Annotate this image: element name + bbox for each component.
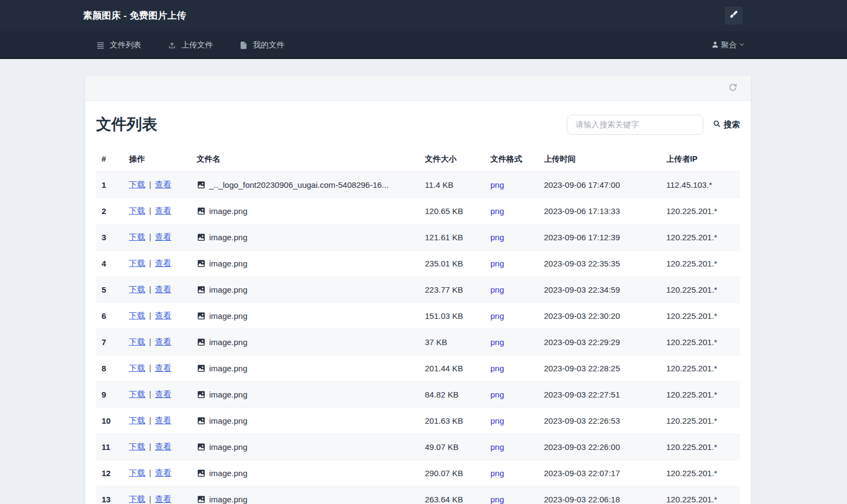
- search-button-label: 搜索: [724, 120, 740, 130]
- row-upload-time: 2023-09-03 22:35:35: [538, 250, 661, 276]
- row-format-cell: png: [485, 303, 538, 329]
- action-separator: |: [149, 337, 151, 346]
- format-link[interactable]: png: [490, 259, 504, 268]
- row-uploader-ip: 120.225.201.*: [661, 381, 740, 407]
- document-icon: [239, 41, 248, 50]
- row-actions: 下载|查看: [123, 486, 191, 504]
- row-filename: image.png: [209, 259, 247, 268]
- row-uploader-ip: 120.225.201.*: [661, 329, 740, 355]
- row-filename-cell: image.png: [191, 486, 419, 504]
- row-index: 12: [96, 460, 123, 486]
- nav-item-file-list[interactable]: 文件列表: [83, 31, 155, 59]
- view-link[interactable]: 查看: [155, 416, 171, 425]
- row-filename-cell: image.png: [191, 250, 419, 276]
- row-format-cell: png: [485, 486, 538, 504]
- row-filename-cell: image.png: [191, 224, 419, 250]
- format-link[interactable]: png: [490, 469, 504, 478]
- row-filename-cell: image.png: [191, 434, 419, 460]
- download-link[interactable]: 下载: [129, 180, 145, 189]
- row-upload-time: 2023-09-03 22:07:17: [538, 460, 661, 486]
- row-filename: image.png: [209, 390, 247, 399]
- row-filename: image.png: [209, 364, 247, 373]
- table-row: 2 下载|查看 image.png 120.65 KB png 2023-09-…: [96, 198, 740, 224]
- image-file-icon: [197, 180, 206, 189]
- format-link[interactable]: png: [490, 180, 504, 189]
- row-actions: 下载|查看: [123, 355, 191, 381]
- card-header: [85, 75, 751, 101]
- row-size: 121.61 KB: [419, 224, 485, 250]
- image-file-icon: [197, 259, 206, 268]
- action-separator: |: [149, 311, 151, 320]
- row-uploader-ip: 120.225.201.*: [661, 407, 740, 434]
- view-link[interactable]: 查看: [155, 337, 171, 346]
- row-upload-time: 2023-09-03 22:06:18: [538, 486, 661, 504]
- view-link[interactable]: 查看: [155, 494, 171, 503]
- format-link[interactable]: png: [490, 206, 504, 216]
- row-format-cell: png: [485, 381, 538, 407]
- col-filename: 文件名: [191, 147, 419, 171]
- search-input[interactable]: [567, 115, 703, 135]
- row-size: 11.4 KB: [419, 171, 485, 198]
- download-link[interactable]: 下载: [129, 284, 145, 294]
- image-file-icon: [197, 469, 206, 478]
- refresh-icon[interactable]: [728, 82, 739, 93]
- row-format-cell: png: [485, 434, 538, 460]
- table-row: 6 下载|查看 image.png 151.03 KB png 2023-09-…: [96, 303, 740, 329]
- download-link[interactable]: 下载: [129, 468, 145, 477]
- view-link[interactable]: 查看: [155, 468, 171, 477]
- search-button[interactable]: 搜索: [713, 120, 740, 130]
- col-format: 文件格式: [485, 147, 538, 171]
- view-link[interactable]: 查看: [155, 311, 171, 320]
- theme-button[interactable]: [725, 7, 743, 25]
- nav-item-my-files[interactable]: 我的文件: [226, 31, 298, 59]
- view-link[interactable]: 查看: [155, 232, 171, 241]
- row-filename: image.png: [209, 206, 247, 216]
- row-index: 13: [96, 486, 123, 504]
- row-filename: image.png: [209, 285, 247, 294]
- col-index: #: [96, 147, 123, 171]
- format-link[interactable]: png: [490, 364, 504, 373]
- brush-icon: [729, 10, 738, 21]
- format-link[interactable]: png: [490, 390, 504, 399]
- view-link[interactable]: 查看: [155, 389, 171, 399]
- row-filename: _.._logo_font20230906_uugai.com-5408296-…: [209, 180, 389, 189]
- action-separator: |: [149, 494, 151, 503]
- row-format-cell: png: [485, 198, 538, 224]
- action-separator: |: [149, 258, 151, 268]
- download-link[interactable]: 下载: [129, 337, 145, 346]
- row-upload-time: 2023-09-03 22:27:51: [538, 381, 661, 407]
- nav-item-upload[interactable]: 上传文件: [155, 31, 226, 59]
- action-separator: |: [149, 206, 151, 215]
- format-link[interactable]: png: [490, 442, 504, 452]
- format-link[interactable]: png: [490, 233, 504, 242]
- view-link[interactable]: 查看: [155, 363, 171, 372]
- download-link[interactable]: 下载: [129, 494, 145, 503]
- format-link[interactable]: png: [490, 495, 504, 504]
- download-link[interactable]: 下载: [129, 311, 145, 320]
- row-filename: image.png: [209, 416, 247, 425]
- format-link[interactable]: png: [490, 337, 504, 347]
- row-uploader-ip: 120.225.201.*: [661, 250, 740, 276]
- format-link[interactable]: png: [490, 311, 504, 321]
- view-link[interactable]: 查看: [155, 284, 171, 294]
- view-link[interactable]: 查看: [155, 180, 171, 189]
- action-separator: |: [149, 442, 151, 451]
- download-link[interactable]: 下载: [129, 363, 145, 372]
- row-filename: image.png: [209, 495, 247, 504]
- download-link[interactable]: 下载: [129, 206, 145, 215]
- download-link[interactable]: 下载: [129, 389, 145, 399]
- download-link[interactable]: 下载: [129, 232, 145, 241]
- row-size: 151.03 KB: [419, 303, 485, 329]
- row-uploader-ip: 120.225.201.*: [661, 460, 740, 486]
- view-link[interactable]: 查看: [155, 258, 171, 268]
- user-menu[interactable]: 聚合: [711, 31, 745, 59]
- download-link[interactable]: 下载: [129, 258, 145, 268]
- action-separator: |: [149, 284, 151, 294]
- download-link[interactable]: 下载: [129, 442, 145, 451]
- format-link[interactable]: png: [490, 285, 504, 294]
- row-filename-cell: image.png: [191, 303, 419, 329]
- view-link[interactable]: 查看: [155, 206, 171, 215]
- format-link[interactable]: png: [490, 416, 504, 425]
- view-link[interactable]: 查看: [155, 442, 171, 451]
- download-link[interactable]: 下载: [129, 416, 145, 425]
